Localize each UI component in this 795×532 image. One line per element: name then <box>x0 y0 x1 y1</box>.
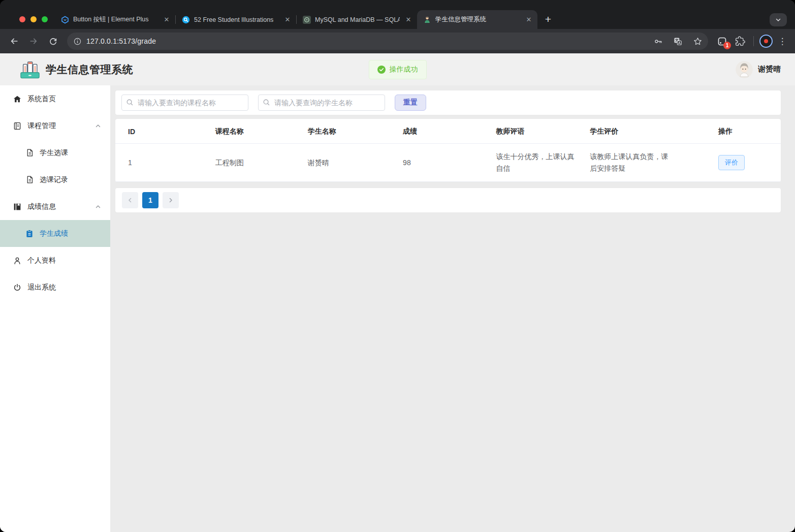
reset-button[interactable]: 重置 <box>395 95 426 111</box>
page-title: 学生信息管理系统 <box>46 62 133 77</box>
chevron-down-icon <box>775 17 781 23</box>
power-icon <box>13 283 22 292</box>
close-window-button[interactable] <box>19 16 25 22</box>
cell-actions: 评价 <box>712 144 781 182</box>
password-key-button[interactable] <box>650 34 665 49</box>
user-info[interactable]: 谢赟晴 <box>736 61 781 78</box>
tab-title: 52 Free Student Illustrations <box>194 16 279 23</box>
tab-close-icon[interactable]: ✕ <box>162 15 171 24</box>
translate-icon <box>673 37 683 46</box>
student-comment-text: 该教师上课认真负责，课后安排答疑 <box>590 151 671 174</box>
tab-mysql-docs[interactable]: MySQL and MariaDB — SQLA ✕ <box>297 10 417 29</box>
sidebar-item-student-grades[interactable]: 学生成绩 <box>0 220 110 247</box>
cell-id: 1 <box>115 144 209 182</box>
grades-table: ID 课程名称 学生名称 成绩 教师评语 学生评价 操作 1 <box>115 120 781 182</box>
sidebar-item-course-select[interactable]: 学生选课 <box>0 139 110 166</box>
table-header-row: ID 课程名称 学生名称 成绩 教师评语 学生评价 操作 <box>115 120 781 144</box>
person-icon <box>13 256 22 265</box>
bookmark-star-button[interactable] <box>690 34 705 49</box>
forward-arrow-icon <box>28 36 39 46</box>
sidebar-item-label: 系统首页 <box>27 95 56 104</box>
tab-search-button[interactable] <box>770 13 787 26</box>
back-arrow-icon <box>9 36 19 46</box>
student-system-favicon <box>423 16 431 24</box>
sqlalchemy-favicon <box>303 16 311 24</box>
table-row: 1 工程制图 谢赟晴 98 该生十分优秀，上课认真自信 该教师上课认真负责，课后… <box>115 144 781 182</box>
minimize-window-button[interactable] <box>30 16 37 22</box>
tab-illustrations[interactable]: 52 Free Student Illustrations ✕ <box>176 10 296 29</box>
column-header-score: 成绩 <box>397 120 490 144</box>
column-header-id: ID <box>115 120 209 144</box>
tab-student-system-active[interactable]: 学生信息管理系统 ✕ <box>417 10 537 29</box>
main-content: 重置 ID 课程名称 学生名称 成绩 教师 <box>110 85 795 532</box>
reload-icon <box>48 37 58 46</box>
tab-element-plus[interactable]: Button 按钮 | Element Plus ✕ <box>55 10 175 29</box>
reload-button[interactable] <box>44 32 62 50</box>
teacher-comment-text: 该生十分优秀，上课认真自信 <box>496 151 578 174</box>
toolbar-divider <box>753 36 754 46</box>
tab-close-icon[interactable]: ✕ <box>283 15 292 24</box>
sidebar-item-profile[interactable]: 个人资料 <box>0 247 110 274</box>
cell-course: 工程制图 <box>209 144 302 182</box>
column-header-teacher-comment: 教师评语 <box>490 120 584 144</box>
back-button[interactable] <box>5 32 23 50</box>
site-info-icon[interactable] <box>73 37 82 46</box>
tab-close-icon[interactable]: ✕ <box>404 15 413 24</box>
chevron-left-icon <box>127 197 133 203</box>
cell-student-comment: 该教师上课认真负责，课后安排答疑 <box>584 144 712 182</box>
grades-table-panel: ID 课程名称 学生名称 成绩 教师评语 学生评价 操作 1 <box>115 119 781 182</box>
sidebar-item-label: 选课记录 <box>40 175 68 184</box>
cell-score: 98 <box>397 144 490 182</box>
student-search-field <box>258 95 385 111</box>
browser-window: Button 按钮 | Element Plus ✕ 52 Free Stude… <box>0 0 795 532</box>
chevron-up-icon[interactable] <box>95 123 101 129</box>
next-page-button[interactable] <box>163 192 179 208</box>
url-text[interactable]: 127.0.0.1:5173/grade <box>86 37 156 45</box>
profile-avatar-icon <box>759 35 773 48</box>
sidebar-item-course-records[interactable]: 选课记录 <box>0 166 110 193</box>
puzzle-icon <box>735 36 745 46</box>
sidebar-item-home[interactable]: 系统首页 <box>0 85 110 112</box>
brand: 学生信息管理系统 <box>19 59 133 80</box>
clipboard-icon <box>25 229 34 238</box>
window-controls <box>19 16 48 22</box>
student-search-input[interactable] <box>258 95 385 111</box>
sidebar-item-label: 课程管理 <box>27 121 56 131</box>
column-header-student: 学生名称 <box>302 120 397 144</box>
course-search-input[interactable] <box>121 95 248 111</box>
sidebar-item-course-management[interactable]: 课程管理 <box>0 112 110 139</box>
sidebar-item-logout[interactable]: 退出系统 <box>0 274 110 301</box>
browser-menu-button[interactable]: ⋮ <box>775 34 790 49</box>
profile-button[interactable] <box>758 34 774 49</box>
prev-page-button[interactable] <box>122 192 138 208</box>
tab-title: 学生信息管理系统 <box>435 15 520 24</box>
success-check-icon <box>377 66 386 74</box>
column-header-student-comment: 学生评价 <box>584 120 712 144</box>
app-header: 学生信息管理系统 操作成功 谢赟晴 <box>0 53 795 85</box>
maximize-window-button[interactable] <box>42 16 48 22</box>
sidebar: 系统首页 课程管理 学生选课 <box>0 85 110 532</box>
search-panel: 重置 <box>115 90 781 115</box>
capture-extension-button[interactable]: 1 <box>713 33 730 50</box>
forward-button[interactable] <box>24 32 43 50</box>
tab-title: Button 按钮 | Element Plus <box>73 15 158 24</box>
toast-message: 操作成功 <box>390 65 418 74</box>
translate-button[interactable] <box>670 34 685 49</box>
new-tab-button[interactable]: + <box>540 12 556 27</box>
address-bar[interactable]: 127.0.0.1:5173/grade <box>67 33 708 50</box>
books-icon <box>13 202 22 211</box>
home-icon <box>13 95 22 104</box>
browser-toolbar: 127.0.0.1:5173/grade 1 ⋮ <box>0 29 795 53</box>
chevron-right-icon <box>168 197 174 203</box>
sidebar-item-grade-info[interactable]: 成绩信息 <box>0 193 110 220</box>
sidebar-item-label: 学生选课 <box>40 148 68 158</box>
avatar <box>736 61 753 78</box>
app-root: 学生信息管理系统 操作成功 谢赟晴 <box>0 53 795 532</box>
tab-close-icon[interactable]: ✕ <box>524 15 533 24</box>
extensions-menu-button[interactable] <box>732 33 749 50</box>
search-icon <box>263 99 270 108</box>
evaluate-button[interactable]: 评价 <box>718 155 745 170</box>
page-number-button[interactable]: 1 <box>142 192 158 208</box>
chevron-up-icon[interactable] <box>95 204 101 210</box>
app-body: 系统首页 课程管理 学生选课 <box>0 85 795 532</box>
